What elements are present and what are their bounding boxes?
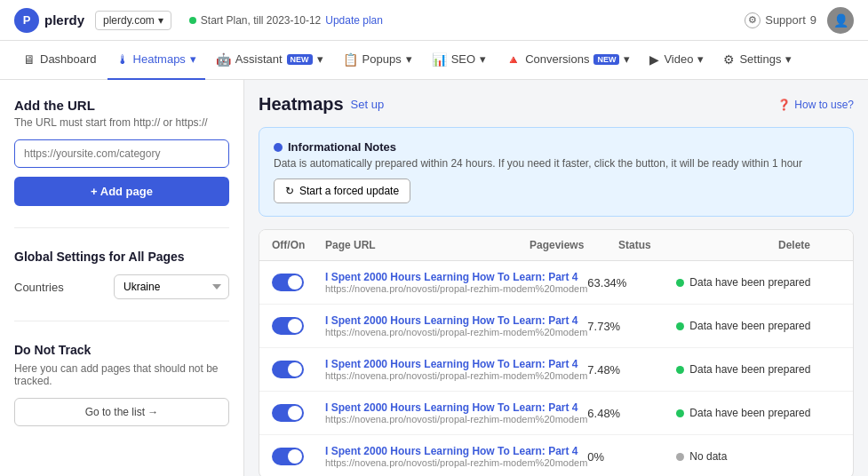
donottrack-section: Do Not Track Here you can add pages that…	[14, 343, 229, 426]
update-plan-link[interactable]: Update plan	[325, 14, 383, 27]
page-title: Heatmaps	[259, 94, 344, 115]
status-icon-gray	[676, 453, 684, 461]
pageviews-cell: 0%	[587, 450, 676, 464]
row-url-title[interactable]: I Spent 2000 Hours Learning How To Learn…	[325, 445, 587, 457]
pageviews-cell: 7.48%	[587, 363, 676, 377]
delete-cell: 🗑	[836, 270, 854, 295]
goto-list-button[interactable]: Go to the list →	[14, 398, 229, 426]
row-url-sub: https://novena.pro/novosti/propal-rezhim…	[325, 327, 587, 337]
video-icon: ▶	[649, 52, 659, 67]
col-header-pageviews: Pageviews	[530, 239, 618, 251]
toggle-cell	[272, 448, 325, 465]
plan-status-dot	[189, 17, 196, 24]
countries-field-row: Countries Ukraine USA Germany	[14, 274, 229, 299]
domain-selector[interactable]: plerdy.com ▾	[95, 11, 171, 30]
url-input[interactable]	[14, 139, 229, 168]
nav-item-popups[interactable]: 📋 Popups ▾	[334, 41, 421, 80]
sidebar-divider	[14, 227, 229, 228]
toggle-cell	[272, 274, 325, 291]
breadcrumb-row: Heatmaps Set up ❓ How to use?	[259, 94, 854, 115]
toggle-cell	[272, 317, 325, 335]
row-url-sub: https://novena.pro/novosti/propal-rezhim…	[325, 370, 587, 381]
row-url-title[interactable]: I Spent 2000 Hours Learning How To Learn…	[325, 314, 587, 327]
row-toggle[interactable]	[272, 404, 304, 422]
force-update-button[interactable]: ↻ Start a forced update	[274, 178, 410, 203]
assistant-icon: 🤖	[216, 52, 231, 67]
toggle-cell	[272, 361, 325, 378]
pageviews-cell: 63.34%	[587, 276, 676, 290]
table-row: I Spent 2000 Hours Learning How To Learn…	[259, 392, 853, 435]
sidebar-divider-2	[14, 321, 229, 321]
country-select[interactable]: Ukraine USA Germany	[114, 274, 229, 299]
status-text: Data have been prepared	[689, 407, 810, 419]
nav-item-settings[interactable]: ⚙ Settings ▾	[714, 41, 800, 80]
support-button[interactable]: ⚙ Support 9	[745, 12, 816, 28]
global-settings-section: Global Settings for All Pages Countries …	[14, 250, 229, 299]
status-cell: No data	[676, 450, 836, 463]
chevron-down-icon: ▾	[785, 52, 792, 66]
nav-label-settings: Settings	[739, 52, 781, 66]
chevron-down-icon: ▾	[697, 52, 704, 66]
row-url-title[interactable]: I Spent 2000 Hours Learning How To Learn…	[325, 401, 587, 414]
row-toggle[interactable]	[272, 317, 304, 335]
chevron-down-icon: ▾	[158, 14, 163, 27]
setup-link[interactable]: Set up	[351, 98, 385, 111]
dashboard-icon: 🖥	[23, 52, 36, 67]
user-avatar[interactable]: 👤	[827, 7, 854, 34]
status-cell: Data have been prepared	[676, 407, 836, 419]
info-title-text: Informational Notes	[288, 140, 396, 154]
table-row: I Spent 2000 Hours Learning How To Learn…	[259, 435, 853, 476]
add-url-subtitle: The URL must start from http:// or https…	[14, 116, 229, 129]
refresh-icon: ↻	[285, 185, 294, 197]
conversions-badge: NEW	[593, 54, 619, 65]
row-toggle[interactable]	[272, 448, 304, 465]
col-header-status: Status	[618, 239, 778, 251]
logo-text: plerdy	[44, 12, 84, 28]
add-url-title: Add the URL	[14, 98, 229, 113]
chevron-down-icon: ▾	[624, 52, 630, 66]
nav-item-dashboard[interactable]: 🖥 Dashboard	[14, 41, 106, 80]
info-box-text: Data is automatically prepared within 24…	[274, 157, 839, 170]
nav-label-video: Video	[664, 52, 693, 66]
nav-item-conversions[interactable]: 🔺 Conversions NEW ▾	[497, 41, 639, 80]
chevron-down-icon: ▾	[317, 52, 323, 66]
seo-icon: 📊	[432, 52, 447, 67]
add-page-button[interactable]: + Add page	[14, 177, 229, 206]
status-cell: Data have been prepared	[676, 276, 836, 289]
how-to-link[interactable]: ❓ How to use?	[777, 99, 854, 111]
url-cell: I Spent 2000 Hours Learning How To Learn…	[325, 358, 587, 381]
row-toggle[interactable]	[272, 361, 304, 378]
table-row: I Spent 2000 Hours Learning How To Learn…	[259, 305, 853, 348]
row-url-title[interactable]: I Spent 2000 Hours Learning How To Learn…	[325, 271, 587, 283]
nav-item-video[interactable]: ▶ Video ▾	[641, 41, 713, 80]
status-icon-green	[676, 322, 684, 330]
col-header-toggle: Off/On	[272, 239, 325, 251]
status-text: Data have been prepared	[689, 276, 810, 289]
support-count-badge: 9	[810, 13, 816, 27]
info-box: Informational Notes Data is automaticall…	[259, 127, 854, 217]
status-text: No data	[689, 450, 727, 463]
nav-item-heatmaps[interactable]: 🌡 Heatmaps ▾	[108, 41, 205, 80]
row-url-sub: https://novena.pro/novosti/propal-rezhim…	[325, 283, 587, 294]
domain-value: plerdy.com	[103, 14, 155, 27]
force-update-label: Start a forced update	[299, 185, 399, 197]
question-icon: ❓	[777, 99, 791, 111]
nav-label-conversions: Conversions	[525, 52, 589, 66]
nav-label-assistant: Assistant	[235, 52, 283, 66]
main-content: Heatmaps Set up ❓ How to use? Informatio…	[244, 80, 868, 476]
toggle-cell	[272, 404, 325, 422]
settings-icon: ⚙	[723, 52, 735, 67]
chevron-down-icon: ▾	[480, 52, 486, 66]
support-icon: ⚙	[745, 12, 760, 28]
row-toggle[interactable]	[272, 274, 304, 291]
status-icon-green	[676, 366, 684, 374]
info-dot	[274, 143, 283, 152]
nav-item-assistant[interactable]: 🤖 Assistant NEW ▾	[207, 41, 332, 80]
breadcrumb: Heatmaps Set up	[259, 94, 384, 115]
conversions-icon: 🔺	[506, 52, 521, 67]
row-url-title[interactable]: I Spent 2000 Hours Learning How To Learn…	[325, 358, 587, 370]
add-url-section: Add the URL The URL must start from http…	[14, 98, 229, 206]
nav-item-seo[interactable]: 📊 SEO ▾	[423, 41, 495, 80]
support-label: Support	[765, 13, 806, 27]
plan-info: Start Plan, till 2023-10-12 Update plan	[189, 14, 383, 27]
